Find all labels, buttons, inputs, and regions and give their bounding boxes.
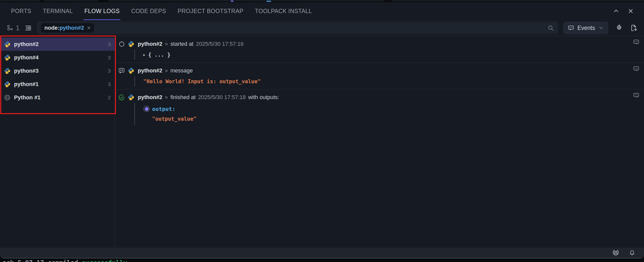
log-action: started at — [170, 41, 194, 47]
log-separator: » — [165, 94, 168, 101]
chevron-up-icon[interactable] — [613, 8, 619, 14]
log-timestamp: 2025/5/30 17:57:18 — [198, 94, 246, 101]
log-entry-started[interactable]: python#2 » started at 2025/5/30 17:57:16… — [115, 36, 644, 63]
node-log-count: 2 — [108, 95, 111, 101]
flow-count: 1 — [7, 24, 20, 32]
tab-code-deps[interactable]: CODE DEPS — [131, 2, 166, 20]
outdent-icon[interactable] — [25, 24, 32, 32]
python-icon — [4, 54, 11, 61]
tab-toolpack-install[interactable]: TOOLPACK INSTALL — [255, 2, 312, 20]
python-icon — [4, 41, 11, 48]
node-log-count: 3 — [108, 81, 111, 87]
terminal-success-text: successfully — [82, 259, 127, 262]
close-icon[interactable] — [627, 8, 634, 14]
node-list-sidebar: python#2 3 python#4 3 python#3 3 — [0, 36, 115, 248]
comment-icon[interactable] — [633, 65, 639, 72]
chevron-down-icon — [598, 25, 604, 31]
message-bubble-code-icon — [115, 67, 128, 74]
comment-icon[interactable] — [633, 39, 639, 45]
panel-tab-bar: PORTS TERMINAL FLOW LOGS CODE DEPS PROJE… — [0, 2, 644, 20]
log-separator: » — [165, 67, 168, 74]
events-dropdown[interactable]: Events — [563, 22, 608, 34]
node-list-item-python1[interactable]: python#1 3 — [0, 77, 115, 91]
collapsed-json-preview[interactable]: { ... } — [148, 52, 171, 58]
message-string-value: "Hello World! Input is: output_value" — [143, 78, 261, 84]
search-icon — [547, 25, 554, 31]
node-list-item-python2[interactable]: python#2 3 — [0, 37, 115, 51]
node-log-count: 3 — [108, 41, 111, 47]
log-entry-message[interactable]: python#2 » message "Hello World! Input i… — [115, 63, 644, 90]
node-label: python#3 — [14, 68, 39, 74]
log-entry-finished[interactable]: python#2 » finished at 2025/5/30 17:57:1… — [115, 90, 644, 127]
python-icon — [128, 67, 134, 74]
sliver-notch — [384, 0, 392, 2]
flow-logs-content: python#2 3 python#4 3 python#3 3 — [0, 36, 644, 248]
node-label: python#4 — [14, 54, 39, 61]
node-label: Python #1 — [14, 94, 40, 101]
node-label: python#2 — [14, 41, 39, 48]
python-icon — [128, 41, 134, 47]
terminal-text: ack 5.97.17 compiled — [3, 259, 82, 262]
node-list-item-python3[interactable]: python#3 3 — [0, 64, 115, 77]
output-value: "output_value" — [152, 116, 197, 122]
flow-count-number: 1 — [16, 24, 20, 32]
log-node-name: python#2 — [138, 67, 162, 74]
log-timestamp: 2025/5/30 17:57:16 — [196, 41, 244, 47]
filter-chip-node[interactable]: node:python#2 × — [41, 23, 94, 33]
sliver-cursor-mark — [231, 1, 233, 2]
log-node-name: python#2 — [138, 41, 162, 47]
tab-project-bootstrap[interactable]: PROJECT BOOTSTRAP — [178, 2, 243, 20]
tab-flow-logs[interactable]: FLOW LOGS — [84, 2, 119, 20]
brackets-circle-icon — [4, 94, 11, 101]
log-filter-input[interactable]: node:python#2 × — [37, 22, 558, 34]
events-label: Events — [577, 25, 595, 31]
success-check-icon — [115, 94, 128, 101]
node-log-count: 3 — [108, 55, 111, 61]
output-key: output: — [152, 106, 175, 112]
filter-chip-remove-icon[interactable]: × — [87, 24, 91, 31]
node-log-count: 3 — [108, 68, 111, 74]
tab-ports[interactable]: PORTS — [11, 2, 31, 20]
sliver-notch — [98, 0, 108, 2]
clear-logs-broom-icon[interactable] — [615, 24, 623, 32]
workflow-icon — [7, 25, 13, 31]
running-spinner-icon — [115, 41, 128, 48]
node-list-item-python4[interactable]: python#4 3 — [0, 51, 115, 64]
output-port-icon — [143, 106, 150, 112]
sliver-accent-mark — [267, 1, 271, 2]
background-app-sliver — [0, 0, 644, 2]
tab-terminal[interactable]: TERMINAL — [43, 2, 73, 20]
flow-logs-toolbar: 1 node:python#2 × — [0, 20, 644, 36]
mascot-assistant-icon[interactable] — [612, 249, 620, 257]
node-label: python#1 — [14, 81, 39, 88]
node-list-item-python-1-legacy[interactable]: Python #1 2 — [0, 91, 115, 104]
log-action: finished at — [170, 94, 196, 101]
terminal-output-clipped: ack 5.97.17 compiled successfully — [3, 259, 127, 262]
comment-icon[interactable] — [633, 92, 639, 99]
collapsed-json-toggle[interactable]: ▸ { ... } — [143, 50, 644, 60]
python-icon — [4, 81, 11, 88]
log-action-suffix: with outputs: — [248, 94, 279, 101]
log-separator: » — [165, 41, 168, 47]
filter-chip-prefix: node: — [44, 25, 59, 31]
sliver-notch — [40, 0, 44, 2]
panel-status-bar — [0, 248, 644, 258]
flow-logs-panel: PORTS TERMINAL FLOW LOGS CODE DEPS PROJE… — [0, 2, 644, 258]
expand-arrow-icon[interactable]: ▸ — [143, 53, 145, 57]
export-logs-icon[interactable] — [630, 24, 637, 32]
log-node-name: python#2 — [138, 94, 162, 101]
log-action: message — [170, 67, 193, 74]
log-entry-list: python#2 » started at 2025/5/30 17:57:16… — [115, 36, 644, 248]
notifications-bell-icon[interactable] — [629, 250, 635, 256]
events-bubble-icon — [568, 25, 574, 31]
filter-chip-value: python#2 — [59, 25, 84, 31]
python-icon — [128, 94, 134, 101]
python-icon — [4, 68, 11, 74]
